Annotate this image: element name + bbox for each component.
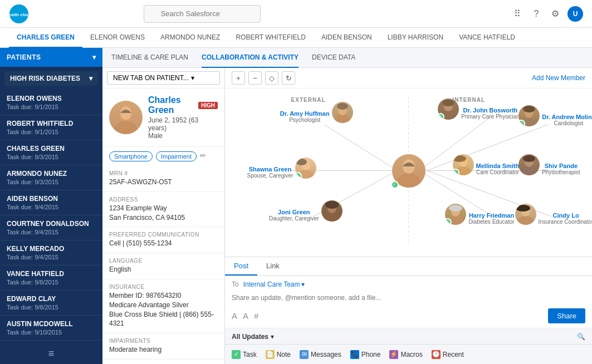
- sidebar-patient-task: Task due: 9/1/2015: [7, 129, 96, 135]
- member-avatar-harry: ✓: [445, 204, 466, 225]
- patient-name: Charles Green: [148, 95, 195, 115]
- tool-macros[interactable]: ⚡ Macros: [389, 350, 422, 359]
- phone-icon: 📞: [350, 350, 359, 359]
- comm-label: PREFERRED COMMUNICATION: [109, 232, 218, 238]
- sidebar-header[interactable]: PATIENTS ▾: [0, 48, 102, 67]
- patient-tab-aiden-benson[interactable]: AIDEN BENSON: [314, 28, 380, 48]
- bottom-toolbar: ✓ Task 📄 Note ✉ Messages 📞 Phone: [225, 344, 592, 364]
- patient-tab-charles-green[interactable]: CHARLES GREEN: [9, 28, 82, 48]
- member-avatar-joni: [321, 200, 343, 222]
- tool-phone[interactable]: 📞 Phone: [350, 350, 381, 359]
- macros-icon: ⚡: [389, 350, 398, 359]
- sidebar-patient-item[interactable]: VANCE HATFIELD Task due: 9/8/2015: [0, 265, 102, 291]
- tab-link[interactable]: Link: [257, 257, 288, 276]
- hashtag-icon[interactable]: #: [254, 311, 258, 321]
- tab-timeline[interactable]: TIMELINE & CARE PLAN: [111, 48, 188, 68]
- member-node-cindy[interactable]: Cindy Lo Insurance Coordinator: [515, 204, 592, 225]
- macros-label: Macros: [400, 351, 422, 358]
- two-panel: NEW TAB ON PATIENT... ▾: [102, 68, 592, 364]
- svg-point-34: [453, 155, 466, 162]
- tool-task[interactable]: ✓ Task: [232, 350, 257, 359]
- share-button[interactable]: Share: [548, 308, 585, 323]
- sidebar-expand-icon[interactable]: ≡: [0, 343, 102, 364]
- patient-tab-armondo-nunez[interactable]: ARMONDO NUNEZ: [153, 28, 228, 48]
- sidebar-patient-item[interactable]: ELENOR OWENS Task due: 9/1/2015: [0, 90, 102, 115]
- grid-icon[interactable]: ⠿: [511, 7, 524, 21]
- user-avatar[interactable]: U: [567, 6, 583, 22]
- sidebar-patient-item[interactable]: CHARLES GREEN Task due: 9/3/2015: [0, 140, 102, 165]
- to-value[interactable]: Internal Care Team ▾: [243, 281, 305, 288]
- care-team-section: + − ◇ ↻ Add New Member: [225, 68, 592, 257]
- help-icon[interactable]: ?: [530, 7, 543, 21]
- share-input[interactable]: [232, 292, 585, 304]
- member-name-shiv: Shiv Pande: [542, 163, 580, 169]
- updates-label[interactable]: All Updates: [232, 333, 268, 341]
- member-node-bosworth[interactable]: ✓ Dr. John Bosworth Primary Care Physici…: [438, 99, 519, 120]
- task-label: Task: [243, 351, 257, 358]
- sidebar-patient-task: Task due: 9/3/2015: [7, 154, 96, 160]
- patient-dob: June 2, 1952 (63 years): [148, 116, 218, 132]
- insurance-value: Member ID: 98765432I0 Medicare Advantage…: [109, 291, 218, 328]
- sidebar-patient-item[interactable]: AUSTIN MCDOWELL Task due: 9/10/2015: [0, 316, 102, 341]
- sidebar-patient-name: COURTNEY DONALDSON: [7, 220, 96, 228]
- sidebar-patient-task: Task due: 9/4/2015: [7, 229, 96, 235]
- member-node-mellinda[interactable]: ✓ Mellinda Smith Care Coordinator: [453, 154, 520, 175]
- sidebar-patient-item[interactable]: EDWARD CLAY Task due: 9/8/2015: [0, 291, 102, 316]
- sidebar-filter[interactable]: HIGH RISK DIABETES ▾: [4, 71, 98, 86]
- tag-impairment[interactable]: Impairment: [156, 151, 197, 161]
- member-title-shawna: Spouse, Caregiver: [247, 173, 293, 179]
- sidebar-patient-task: Task due: 9/10/2015: [7, 329, 96, 336]
- member-node-shawna[interactable]: Shawna Green Spouse, Caregiver: [247, 158, 317, 179]
- impairments-section: IMPAIRMENTS Moderate hearing: [102, 333, 224, 360]
- member-title-bosworth: Primary Care Physician: [461, 114, 519, 120]
- language-value: English: [109, 265, 218, 274]
- member-node-huffman[interactable]: Dr. Amy Huffman Psychologist: [280, 102, 353, 123]
- tool-messages[interactable]: ✉ Messages: [300, 350, 341, 359]
- tag-smartphone[interactable]: Smartphone: [109, 151, 153, 161]
- sidebar-title: PATIENTS: [7, 53, 41, 61]
- mention-icon[interactable]: A: [243, 311, 248, 321]
- member-node-molina[interactable]: ✓ Dr. Andrew Molina Cardiologist: [518, 105, 592, 126]
- member-name-molina: Dr. Andrew Molina: [542, 114, 592, 120]
- address-label: ADDRESS: [109, 196, 218, 203]
- member-name-bosworth: Dr. John Bosworth: [461, 107, 519, 114]
- sidebar-patient-item[interactable]: AIDEN BENSON Task due: 9/4/2015: [0, 190, 102, 215]
- patient-tab-vance-hatfield[interactable]: VANCE HATFIELD: [451, 28, 523, 48]
- member-node-shiv[interactable]: Shiv Pande Physiotherapist: [518, 154, 580, 175]
- zoom-in-button[interactable]: +: [232, 71, 245, 85]
- search-updates-icon[interactable]: 🔍: [577, 333, 585, 341]
- refresh-button[interactable]: ↻: [282, 71, 295, 85]
- sidebar-patient-item[interactable]: ARMONDO NUNEZ Task due: 9/3/2015: [0, 165, 102, 190]
- zoom-out-button[interactable]: −: [248, 71, 262, 85]
- sidebar-patient-item[interactable]: KELLY MERCADO Task due: 9/4/2015: [0, 240, 102, 265]
- edit-tags-icon[interactable]: ✏: [200, 151, 206, 161]
- settings-icon[interactable]: ⚙: [549, 7, 562, 21]
- patient-tab-elenor-owens[interactable]: ELENOR OWENS: [82, 28, 153, 48]
- center-member-node[interactable]: ✓: [392, 154, 425, 188]
- phone-label: Phone: [361, 351, 381, 358]
- sidebar-patient-item[interactable]: COURTNEY DONALDSON Task due: 9/4/2015: [0, 215, 102, 240]
- tool-note[interactable]: 📄 Note: [266, 350, 291, 359]
- member-title-huffman: Psychologist: [280, 117, 330, 123]
- member-name-shawna: Shawna Green: [247, 166, 293, 173]
- filter-chevron-icon: ▾: [89, 75, 92, 82]
- tool-recent[interactable]: 🕐 Recent: [432, 350, 464, 359]
- search-input[interactable]: [144, 5, 261, 23]
- reset-button[interactable]: ◇: [265, 71, 278, 85]
- patient-tab-libby-harrison[interactable]: LIBBY HARRISON: [380, 28, 451, 48]
- svg-point-22: [296, 159, 307, 165]
- member-node-joni[interactable]: Joni Green Daughter, Caregiver: [269, 200, 343, 222]
- member-node-harry[interactable]: ✓ Harry Friedman Diabetes Educator: [445, 204, 514, 225]
- tab-device-data[interactable]: DEVICE DATA: [312, 48, 355, 68]
- tab-collaboration[interactable]: COLLABORATION & ACTIVITY: [202, 48, 299, 68]
- patient-tab-robert-whitefield[interactable]: ROBERT WHITEFIELD: [228, 28, 314, 48]
- mrn-section: MRN # 25AF-ASWGZN-O5T: [102, 166, 224, 192]
- to-value-text: Internal Care Team: [243, 281, 300, 288]
- tab-post[interactable]: Post: [225, 257, 257, 276]
- new-tab-button[interactable]: NEW TAB ON PATIENT... ▾: [107, 71, 220, 85]
- text-format-icon[interactable]: A: [232, 311, 237, 321]
- add-member-button[interactable]: Add New Member: [532, 74, 585, 82]
- sidebar-patient-item[interactable]: ROBERT WHITFIELD Task due: 9/1/2015: [0, 115, 102, 140]
- svg-point-31: [523, 106, 535, 112]
- sidebar-patient-list: ELENOR OWENS Task due: 9/1/2015 ROBERT W…: [0, 90, 102, 343]
